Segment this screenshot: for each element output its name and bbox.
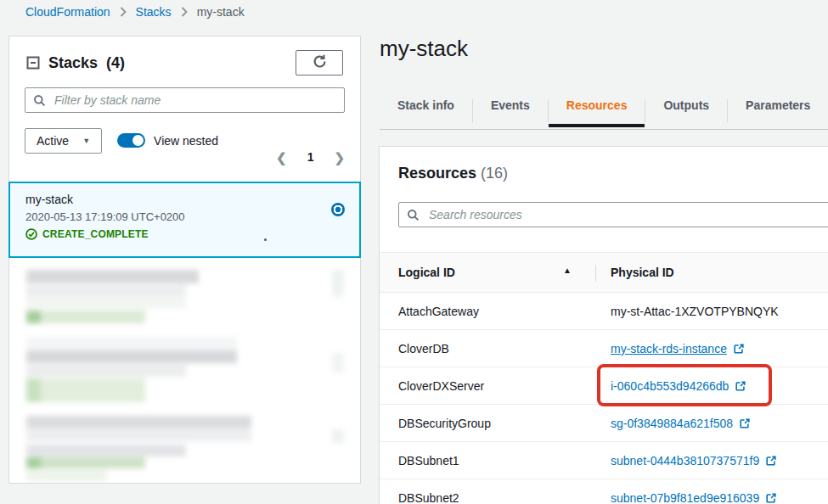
stack-filter-field	[25, 87, 345, 113]
stack-list-redacted	[9, 258, 360, 483]
stack-radio-selected[interactable]	[331, 203, 345, 216]
prev-page-button[interactable]: ❮	[276, 151, 287, 164]
physical-id-cell: my-stack-rds-instance	[595, 330, 828, 367]
redacted-bar	[26, 337, 237, 350]
stack-list-item-selected[interactable]: my-stack 2020-05-13 17:19:09 UTC+0200 CR…	[8, 182, 361, 258]
column-header-physical-id[interactable]: Physical ID	[595, 253, 828, 293]
external-link-icon	[733, 343, 745, 355]
physical-id-cell: subnet-07b9f81ed9e916039	[595, 479, 828, 504]
resources-search-input[interactable]	[427, 207, 828, 222]
physical-id-cell: my-st-Attac-1XZVOTPYBNQYK	[595, 293, 828, 330]
cloudformation-console: CloudFormation Stacks my-stack Stacks (4…	[0, 0, 828, 504]
physical-id-link[interactable]: subnet-07b9f81ed9e916039	[611, 491, 777, 504]
redacted-bar	[26, 311, 41, 323]
current-page[interactable]: 1	[307, 150, 314, 164]
redacted-bar	[332, 353, 344, 372]
sort-ascending-icon[interactable]: ▲	[563, 266, 572, 275]
tabs: Stack infoEventsResourcesOutputsParamete…	[380, 95, 828, 127]
logical-id-cell: DBSubnet2	[380, 479, 595, 504]
redacted-bar	[26, 365, 186, 377]
table-row: DBSubnet2subnet-07b9f81ed9e916039	[380, 479, 828, 504]
stack-status-text: CREATE_COMPLETE	[42, 228, 149, 240]
breadcrumb-link-cloudformation[interactable]: CloudFormation	[25, 5, 110, 19]
breadcrumb: CloudFormation Stacks my-stack	[25, 5, 245, 19]
resources-panel: Resources(16) Logical ID ▲ Physical ID	[379, 146, 828, 504]
stacks-panel: Stacks (4) Active ▼ View nested	[8, 36, 361, 484]
physical-id-cell: i-060c4b553d94266db	[595, 367, 828, 405]
redacted-bar	[26, 285, 186, 297]
redacted-bar	[26, 378, 145, 402]
external-link-icon	[765, 492, 777, 504]
pagination: ❮ 1 ❯	[276, 150, 345, 164]
resources-header: Resources(16)	[380, 147, 828, 182]
table-row: DBSubnet1subnet-0444b3810737571f9	[380, 442, 828, 479]
stack-status: CREATE_COMPLETE	[25, 228, 344, 240]
table-row: DBSecurityGroupsg-0f3849884a621f508	[380, 405, 828, 442]
chevron-down-icon: ▼	[82, 137, 90, 145]
breadcrumb-chevron-icon	[181, 7, 188, 17]
redacted-bar	[26, 350, 237, 363]
view-nested-control: View nested	[117, 128, 218, 148]
resources-search-field	[398, 202, 828, 227]
refresh-button[interactable]	[296, 50, 343, 76]
stack-filter-input[interactable]	[53, 92, 336, 108]
tab-resources[interactable]: Resources	[549, 95, 645, 127]
tab-outputs[interactable]: Outputs	[645, 95, 727, 127]
redacted-bar	[26, 298, 186, 309]
physical-id-cell: sg-0f3849884a621f508	[595, 405, 828, 442]
breadcrumb-chevron-icon	[120, 7, 127, 17]
external-link-icon	[765, 455, 777, 467]
tabs-divider-line	[380, 129, 828, 130]
stacks-count: (4)	[106, 54, 125, 72]
column-header-label: Physical ID	[611, 266, 674, 279]
stack-created-timestamp: 2020-05-13 17:19:09 UTC+0200	[25, 210, 344, 223]
redacted-bar	[26, 470, 107, 481]
tab-stack-info[interactable]: Stack info	[380, 95, 472, 127]
redacted-stack-item[interactable]	[9, 336, 360, 412]
redacted-stack-item[interactable]	[9, 414, 360, 483]
redacted-bar	[26, 445, 186, 456]
table-header-row: Logical ID ▲ Physical ID	[380, 253, 828, 293]
stack-status-dropdown-value: Active	[37, 134, 69, 148]
collapse-panel-icon[interactable]	[26, 56, 40, 70]
column-header-logical-id[interactable]: Logical ID ▲	[380, 253, 595, 293]
breadcrumb-link-stacks[interactable]: Stacks	[136, 5, 172, 19]
redacted-bar	[26, 270, 199, 283]
redacted-stack-item[interactable]	[9, 268, 360, 336]
stack-status-dropdown[interactable]: Active ▼	[25, 128, 102, 154]
toggle-knob	[132, 135, 144, 146]
resources-table-body: AttachGatewaymy-st-Attac-1XZVOTPYBNQYKCl…	[380, 293, 828, 504]
redacted-bar	[26, 429, 251, 441]
physical-id-link[interactable]: sg-0f3849884a621f508	[611, 417, 751, 430]
check-circle-icon	[25, 228, 37, 240]
tab-parameters[interactable]: Parameters	[728, 95, 828, 127]
column-divider	[595, 265, 596, 282]
breadcrumb-current: my-stack	[197, 5, 245, 19]
logical-id-cell: CloverDB	[380, 330, 595, 367]
physical-id-link[interactable]: subnet-0444b3810737571f9	[611, 454, 777, 468]
redacted-bar	[26, 378, 41, 402]
stacks-title-text: Stacks	[48, 54, 98, 72]
table-row: CloverDXServeri-060c4b553d94266db	[380, 367, 828, 405]
external-link-icon	[739, 417, 751, 429]
resources-table: Logical ID ▲ Physical ID AttachGatewaymy…	[380, 252, 828, 504]
redacted-bar	[26, 416, 251, 428]
table-row: AttachGatewaymy-st-Attac-1XZVOTPYBNQYK	[380, 293, 828, 330]
external-link-icon	[735, 380, 746, 392]
logical-id-cell: AttachGateway	[380, 293, 595, 330]
stack-list-controls: Active ▼ View nested ❮ 1 ❯	[25, 128, 345, 164]
next-page-button[interactable]: ❯	[334, 151, 345, 164]
table-row: CloverDBmy-stack-rds-instance	[380, 330, 828, 367]
redacted-bar	[332, 270, 344, 297]
physical-id-cell: subnet-0444b3810737571f9	[595, 442, 828, 479]
column-header-label: Logical ID	[398, 266, 455, 279]
logical-id-cell: DBSecurityGroup	[380, 405, 595, 442]
physical-id-link[interactable]: i-060c4b553d94266db	[611, 379, 746, 393]
stacks-panel-header: Stacks (4)	[9, 36, 360, 76]
stack-name: my-stack	[25, 193, 344, 206]
tab-events[interactable]: Events	[473, 95, 548, 127]
physical-id-text: my-st-Attac-1XZVOTPYBNQYK	[611, 305, 779, 318]
logical-id-cell: CloverDXServer	[380, 367, 595, 405]
view-nested-toggle[interactable]	[117, 133, 145, 148]
physical-id-link[interactable]: my-stack-rds-instance	[611, 342, 745, 356]
